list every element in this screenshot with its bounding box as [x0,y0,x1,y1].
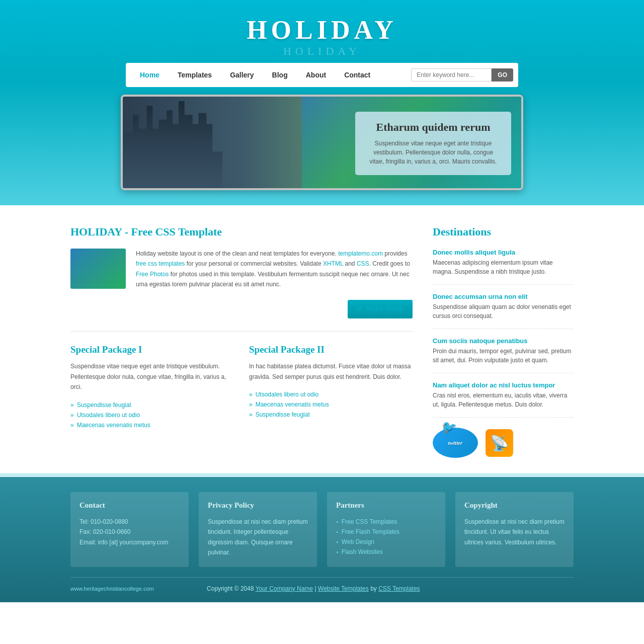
sep2: by [370,585,378,592]
nav-templates[interactable]: Templates [169,64,221,86]
footer-partners-title: Partners [336,501,436,510]
footer-partner-list: Free CSS Templates Free Flash Templates … [336,517,436,557]
company-link[interactable]: Your Company Name [256,585,313,592]
destination-link-4[interactable]: Nam aliquet dolor ac nisl luctus tempor [433,381,574,389]
hero-container: Etharum quidem rerum Suspendisse vitae n… [121,95,523,190]
footer-fax: Fax: 020-010-0660 [79,528,130,535]
footer-copyright-bottom: Copyright © 2048 Your Company Name | Web… [207,585,420,592]
partner-link-2[interactable]: Free Flash Templates [342,528,399,535]
footer-privacy-col: Privacy Policy Suspendisse at nisi nec d… [199,492,317,567]
article-block: Holiday website layout is one of the cle… [70,249,413,318]
list-item: Suspendisse feugiat [70,400,234,410]
xhtml-link[interactable]: XHTML [323,260,343,267]
package-1-title: Special Package I [70,344,234,355]
copyright-text: Copyright © 2048 [207,585,254,592]
nav-blog[interactable]: Blog [263,64,297,86]
nav-links: Home Templates Gallery Blog About Contac… [131,64,411,86]
site-header: HOLIDAY HOLIDAY Home Templates Gallery B… [0,0,644,205]
footer-contact-col: Contact Tel: 010-020-0880 Fax: 020-010-0… [70,492,189,567]
package-2-text: In hac habitasse platea dictumst. Fusce … [249,361,413,382]
destination-link-3[interactable]: Cum sociis natoque penatibus [433,337,574,345]
destination-desc-3: Proin dui mauris, tempor eget, pulvinar … [433,347,574,365]
css-link[interactable]: CSS [357,260,369,267]
navigation-bar: Home Templates Gallery Blog About Contac… [126,63,518,87]
pkg2-link-3[interactable]: Suspendisse feugiat [256,411,310,418]
social-icons: twitter [433,428,574,458]
pkg2-link-1[interactable]: Utsodales libero ut odio [256,391,318,398]
footer-email: Email: info [at] yourcompany.com [79,539,169,546]
footer-copyright-title: Copyright [464,501,565,510]
nav-contact[interactable]: Contact [335,64,379,86]
partner-item-2: Free Flash Templates [336,527,436,537]
read-more-button[interactable]: READ MORE [348,300,413,319]
destination-item-1: Donec mollis aliquet ligula Maecenas adi… [433,249,574,285]
destination-link-1[interactable]: Donec mollis aliquet ligula [433,249,574,256]
nav-search-area: GO [411,68,513,82]
nav-about[interactable]: About [297,64,335,86]
list-item: Utsodales libero ut odio [70,410,234,420]
rss-icon[interactable] [486,429,513,457]
destination-item-3: Cum sociis natoque penatibus Proin dui m… [433,337,574,373]
package-1: Special Package I Suspendisse vitae nequ… [70,344,234,430]
destination-desc-1: Maecenas adipiscing elementum ipsum vita… [433,258,574,276]
article-title: HOLIDAY - Free CSS Template [70,225,413,238]
pkg1-link-2[interactable]: Utsodales libero ut odio [77,412,140,419]
free-photos-link[interactable]: Free Photos [136,271,169,278]
divider-1 [70,331,413,332]
twitter-icon[interactable]: twitter [433,428,478,458]
destination-link-2[interactable]: Donec accumsan urna non elit [433,293,574,300]
footer-inner: Contact Tel: 010-020-0880 Fax: 020-010-0… [70,492,574,592]
site-title-reflection: HOLIDAY [0,45,644,58]
destination-item-4: Nam aliquet dolor ac nisl luctus tempor … [433,381,574,418]
footer-partners-col: Partners Free CSS Templates Free Flash T… [327,492,445,567]
article-text: Holiday website layout is one of the cle… [136,249,413,318]
pkg1-link-3[interactable]: Maecenas venenatis metus [77,422,150,429]
nav-home[interactable]: Home [131,64,169,86]
list-item: Suspendisse feugiat [249,410,413,420]
package-2-title: Special Package II [249,344,413,355]
destination-desc-4: Cras nisl eros, elementum eu, iaculis vi… [433,391,574,409]
footer-cols: Contact Tel: 010-020-0880 Fax: 020-010-0… [70,492,574,567]
pkg1-link-1[interactable]: Suspendisse feugiat [77,401,131,409]
partner-link-3[interactable]: Web Design [342,538,374,545]
footer-copyright-col: Copyright Suspendisse at nisi nec diam p… [455,492,574,567]
partner-item-1: Free CSS Templates [336,517,436,527]
destination-desc-2: Suspendisse aliquam quam ac dolor venena… [433,302,574,320]
hero-caption: Etharum quidem rerum Suspendisse vitae n… [355,112,511,175]
hero-text: Suspendisse vitae neque eget ante tristi… [366,139,500,166]
hero-heading: Etharum quidem rerum [366,121,500,134]
nav-gallery[interactable]: Gallery [221,64,263,86]
package-1-text: Suspendisse vitae neque eget ante tristi… [70,361,234,392]
main-content: HOLIDAY - Free CSS Template Holiday webs… [0,205,644,473]
site-title: HOLIDAY [0,0,644,50]
partner-link-1[interactable]: Free CSS Templates [342,518,397,525]
footer-tel: Tel: 010-020-0880 [79,518,128,525]
footer-privacy-title: Privacy Policy [208,501,308,510]
free-css-link[interactable]: free css templates [136,260,185,267]
content-left: HOLIDAY - Free CSS Template Holiday webs… [70,225,413,458]
list-item: Utsodales libero ut odio [249,389,413,399]
templatemo-link[interactable]: templatemo.com [338,250,383,257]
list-item: Maecenas venenatis metus [249,399,413,410]
footer: Contact Tel: 010-020-0880 Fax: 020-010-0… [0,477,644,602]
package-2-list: Utsodales libero ut odio Maecenas venena… [249,389,413,420]
partner-link-4[interactable]: Flash Websites [342,548,383,555]
list-item: Maecenas venenatis metus [70,420,234,430]
packages: Special Package I Suspendisse vitae nequ… [70,344,413,430]
footer-url: www.heritagechristiancollege.com [70,586,154,592]
article-thumbnail [70,249,126,289]
search-input[interactable] [411,68,492,82]
partner-item-3: Web Design [336,537,436,547]
footer-contact-title: Contact [79,501,180,510]
search-button[interactable]: GO [492,68,513,82]
destinations-title: Destinations [433,225,574,238]
pkg2-link-2[interactable]: Maecenas venenatis metus [256,401,329,408]
footer-privacy-text: Suspendisse at nisi nec diam pretium tin… [208,517,308,558]
website-templates-link[interactable]: Website Templates [318,585,369,592]
destination-item-2: Donec accumsan urna non elit Suspendisse… [433,293,574,329]
css-templates-link[interactable]: CSS Templates [378,585,420,592]
footer-contact-address: Tel: 010-020-0880 Fax: 020-010-0660 Emai… [79,517,180,547]
content-wrapper: HOLIDAY - Free CSS Template Holiday webs… [70,225,574,458]
content-right: Destinations Donec mollis aliquet ligula… [433,225,574,458]
footer-copyright-text: Suspendisse at nisi nec diam pretium tin… [464,517,565,547]
